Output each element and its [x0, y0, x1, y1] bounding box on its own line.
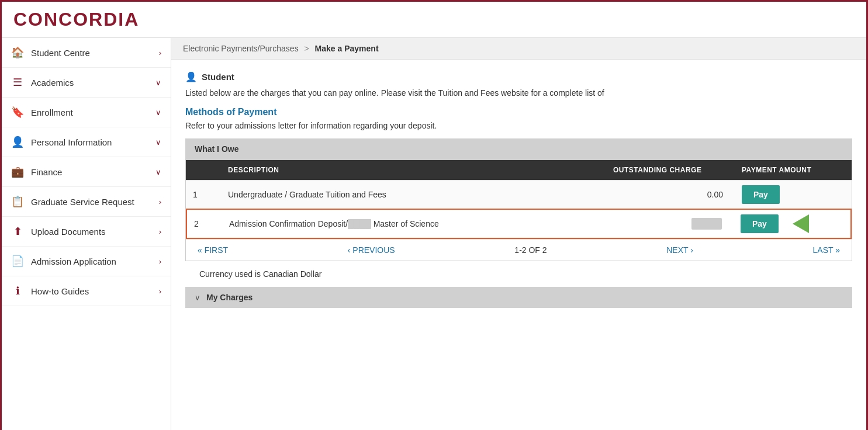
sidebar-item-left: 👤 Personal Information [11, 136, 112, 148]
breadcrumb-separator: > [305, 44, 309, 53]
sidebar-item-left: 🔖 Enrollment [11, 106, 73, 119]
sidebar-item-enrollment[interactable]: 🔖 Enrollment ∨ [2, 98, 171, 127]
home-icon: 🏠 [11, 46, 24, 59]
what-i-owe-header: What I Owe [185, 138, 852, 159]
briefcase-icon: 💼 [11, 165, 24, 178]
my-charges-bar[interactable]: ∨ My Charges [185, 287, 852, 308]
chevron-down-icon: ∨ [155, 168, 161, 176]
table-row: 1 Undergraduate / Graduate Tuition and F… [186, 180, 852, 209]
row2-num: 2 [187, 213, 222, 234]
pay-button-row1[interactable]: Pay [742, 185, 780, 204]
upload-icon: ⬆ [11, 225, 24, 238]
file-icon: 📄 [11, 255, 24, 268]
sidebar-item-left: ☰ Academics [11, 76, 74, 89]
methods-of-payment-title: Methods of Payment [185, 107, 852, 117]
bookmark-icon: 🔖 [11, 106, 24, 119]
info-text: Listed below are the charges that you ca… [185, 88, 852, 98]
methods-of-payment-sub: Refer to your admissions letter for info… [185, 121, 852, 130]
my-charges-label: My Charges [206, 293, 253, 302]
row2-description: Admission Confirmation Deposit/████ Mast… [222, 213, 605, 234]
sidebar-item-admission-app[interactable]: 📄 Admission Application › [2, 247, 171, 276]
sidebar-item-left: ⬆ Upload Documents [11, 225, 106, 238]
info-icon: ℹ [11, 285, 24, 297]
sidebar-label-personal-info: Personal Information [31, 137, 112, 147]
breadcrumb-current: Make a Payment [315, 44, 379, 53]
pagination-prev[interactable]: ‹ PREVIOUS [348, 245, 395, 255]
chevron-down-icon: ∨ [195, 293, 200, 302]
sidebar-label-enrollment: Enrollment [31, 108, 73, 117]
concordia-logo: CONCORDIA [13, 9, 855, 30]
col-payment-amount: PAYMENT AMOUNT [735, 160, 852, 180]
sidebar-label-graduate-service: Graduate Service Request [31, 197, 134, 207]
sidebar-item-left: 🏠 Student Centre [11, 46, 90, 59]
chevron-right-icon: › [159, 227, 161, 236]
col-num [186, 160, 221, 180]
currency-note: Currency used is Canadian Dollar [185, 261, 852, 287]
sidebar-item-left: 📋 Graduate Service Request [11, 195, 134, 208]
row1-charge: 0.00 [606, 184, 735, 205]
sidebar-item-left: 📄 Admission Application [11, 255, 116, 268]
main-content: Electronic Payments/Purchases > Make a P… [171, 38, 866, 430]
sidebar-item-left: 💼 Finance [11, 165, 62, 178]
pagination-row: « FIRST ‹ PREVIOUS 1-2 OF 2 NEXT › LAST … [186, 239, 852, 261]
content-area: 👤 Student Listed below are the charges t… [171, 60, 866, 320]
sidebar-label-academics: Academics [31, 78, 74, 88]
sidebar-item-personal-info[interactable]: 👤 Personal Information ∨ [2, 127, 171, 157]
chevron-down-icon: ∨ [155, 138, 161, 147]
sidebar-item-finance[interactable]: 💼 Finance ∨ [2, 157, 171, 187]
row1-description: Undergraduate / Graduate Tuition and Fee… [221, 184, 606, 205]
green-arrow-icon [793, 214, 809, 233]
sidebar-label-admission-app: Admission Application [31, 256, 116, 266]
pay-button-row2[interactable]: Pay [741, 214, 779, 233]
sidebar-label-how-to: How-to Guides [31, 286, 89, 296]
chevron-right-icon: › [159, 48, 161, 57]
table-row-highlighted: 2 Admission Confirmation Deposit/████ Ma… [186, 209, 852, 239]
row1-num: 1 [186, 184, 221, 205]
sidebar-item-graduate-service[interactable]: 📋 Graduate Service Request › [2, 187, 171, 217]
student-label: Student [202, 72, 234, 82]
sidebar-item-how-to[interactable]: ℹ How-to Guides › [2, 276, 171, 306]
pagination-next[interactable]: NEXT › [666, 245, 693, 255]
table-header-row: DESCRIPTION OUTSTANDING CHARGE PAYMENT A… [186, 160, 852, 180]
sidebar-item-upload-docs[interactable]: ⬆ Upload Documents › [2, 217, 171, 247]
student-heading: 👤 Student [185, 71, 852, 82]
sidebar-label-upload-docs: Upload Documents [31, 227, 106, 237]
chevron-right-icon: › [159, 197, 161, 206]
pagination-last[interactable]: LAST » [813, 245, 840, 255]
charges-table: DESCRIPTION OUTSTANDING CHARGE PAYMENT A… [185, 159, 852, 261]
sidebar-label-student-centre: Student Centre [31, 48, 90, 58]
sidebar-item-left: ℹ How-to Guides [11, 285, 89, 297]
main-layout: 🏠 Student Centre › ☰ Academics ∨ 🔖 Enrol… [2, 38, 866, 430]
chevron-down-icon: ∨ [155, 108, 161, 117]
row2-pay-cell: Pay [734, 210, 850, 238]
chevron-down-icon: ∨ [155, 78, 161, 87]
row2-charge: ████ [605, 213, 734, 234]
doc-icon: 📋 [11, 195, 24, 208]
col-description: DESCRIPTION [221, 160, 606, 180]
row1-pay-cell: Pay [735, 181, 852, 209]
pagination-first[interactable]: « FIRST [198, 245, 228, 255]
academics-icon: ☰ [11, 76, 24, 89]
student-person-icon: 👤 [185, 71, 197, 82]
sidebar-item-student-centre[interactable]: 🏠 Student Centre › [2, 38, 171, 68]
breadcrumb: Electronic Payments/Purchases > Make a P… [171, 38, 866, 60]
sidebar-label-finance: Finance [31, 167, 62, 177]
chevron-right-icon: › [159, 287, 161, 296]
breadcrumb-parent[interactable]: Electronic Payments/Purchases [183, 44, 299, 53]
sidebar-item-academics[interactable]: ☰ Academics ∨ [2, 68, 171, 98]
sidebar: 🏠 Student Centre › ☰ Academics ∨ 🔖 Enrol… [2, 38, 171, 430]
pagination-info: 1-2 OF 2 [514, 245, 547, 255]
header: CONCORDIA [2, 2, 866, 38]
person-icon: 👤 [11, 136, 24, 148]
chevron-right-icon: › [159, 257, 161, 266]
col-outstanding-charge: OUTSTANDING CHARGE [606, 160, 735, 180]
